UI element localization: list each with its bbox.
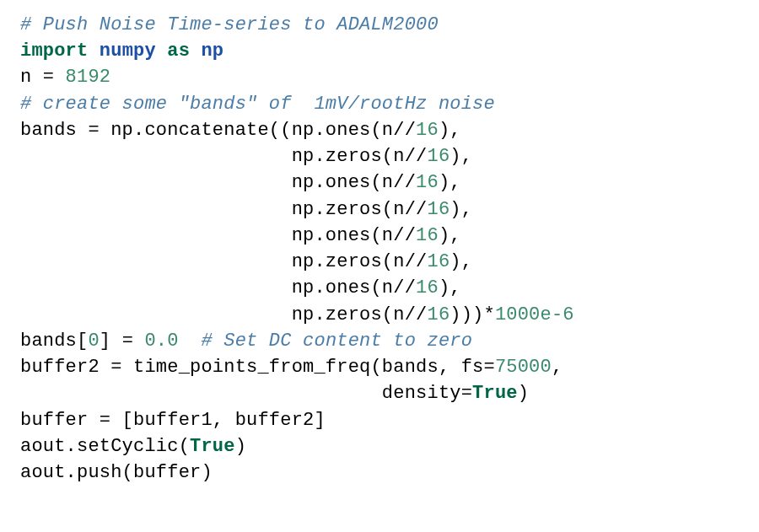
kw-np: np [201,40,223,62]
code-text: aout.push(buffer) [20,462,213,483]
code-block: # Push Noise Time-series to ADALM2000 im… [20,12,739,486]
code-text: aout.setCyclic( [20,436,190,457]
comment-bands: # create some "bands" of 1mV/rootHz nois… [20,94,495,115]
number: 16 [416,172,439,193]
number: 0 [88,330,99,352]
number: 16 [416,277,439,298]
kw-numpy: numpy [100,40,156,62]
code-text: ), [439,172,461,193]
code-text: np.zeros(n// [20,146,427,167]
number: 75000 [495,357,552,378]
code-text: ), [449,146,472,167]
code-text: ), [449,199,472,220]
kw-as: as [167,40,190,62]
code-text: np.zeros(n// [20,199,427,220]
code-text: ) [235,436,246,457]
number: 16 [427,304,449,325]
number: 16 [427,146,449,167]
number: 16 [416,225,439,246]
comment-title: # Push Noise Time-series to ADALM2000 [20,14,439,35]
bool-true: True [190,436,235,457]
number: 16 [427,199,449,220]
code-text: ) [518,383,529,404]
code-text: n = [20,67,66,88]
kw-import: import [20,40,88,62]
code-text: np.zeros(n// [20,304,427,325]
code-text: ), [439,225,461,246]
code-text: bands = np.concatenate((np.ones(n// [20,120,416,141]
code-text: ), [439,277,461,298]
code-text: )))* [449,304,495,325]
code-text: , [552,357,563,378]
code-text: density= [20,383,472,404]
code-text: ] = [100,330,145,352]
code-text: np.zeros(n// [20,251,427,272]
code-text: np.ones(n// [20,277,416,298]
number: 16 [427,251,449,272]
code-text: bands[ [20,330,88,352]
number: 8192 [66,67,111,88]
code-text: np.ones(n// [20,172,416,193]
code-text: np.ones(n// [20,225,416,246]
code-text: buffer = [buffer1, buffer2] [20,410,326,431]
comment-dc: # Set DC content to zero [201,330,472,352]
code-text: buffer2 = time_points_from_freq(bands, f… [20,357,495,378]
number: 0.0 [144,330,201,352]
number: 16 [416,120,439,141]
bool-true: True [472,383,518,404]
number: 1000e-6 [495,304,574,325]
code-text: ), [439,120,461,141]
code-text: ), [449,251,472,272]
